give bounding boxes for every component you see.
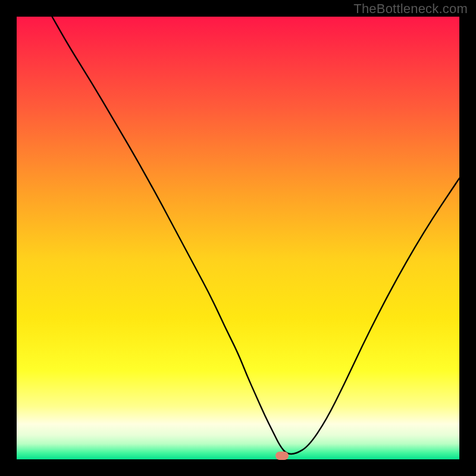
gradient-background — [17, 17, 459, 459]
chart-container: TheBottleneck.com — [0, 0, 476, 476]
plot-area — [17, 17, 459, 459]
watermark-text: TheBottleneck.com — [353, 1, 468, 17]
plot-svg — [17, 17, 459, 459]
optimal-point-marker — [275, 452, 289, 460]
